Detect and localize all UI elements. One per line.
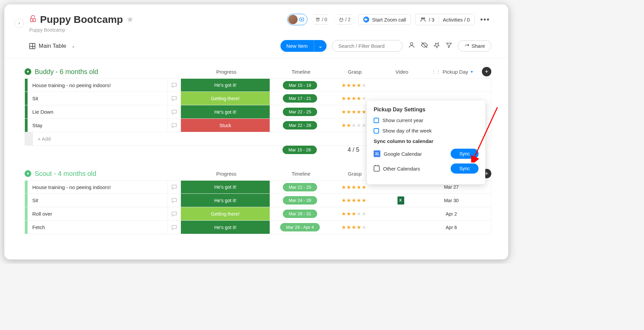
video-cell[interactable] bbox=[377, 207, 424, 220]
conversation-icon[interactable] bbox=[167, 181, 181, 193]
table-row[interactable]: Fetch He's got it! Mar 29 - Apr 4 ★★★★★ … bbox=[25, 221, 491, 234]
activities-label: Activities / 0 bbox=[443, 17, 470, 23]
new-item-button[interactable]: New Item ⌄ bbox=[280, 40, 327, 52]
progress-cell[interactable]: He's got it! bbox=[181, 79, 270, 91]
item-name-cell[interactable]: Stay bbox=[28, 119, 167, 132]
pickup-cell[interactable]: Mar 30 bbox=[424, 194, 478, 207]
conversation-icon[interactable] bbox=[167, 92, 181, 105]
column-header-timeline[interactable]: Timeline bbox=[271, 69, 331, 75]
calendar-label: Google Calendar bbox=[384, 151, 422, 157]
people-activities-pill[interactable]: / 3 Activities / 0 bbox=[415, 14, 475, 25]
grasp-cell[interactable]: ★★★★★ bbox=[330, 194, 377, 207]
person-filter-icon[interactable] bbox=[408, 41, 415, 50]
item-name-cell[interactable]: Fetch bbox=[28, 221, 167, 234]
timeline-cell[interactable]: Mar 24 - 28 bbox=[270, 194, 330, 207]
conversation-icon[interactable] bbox=[167, 119, 181, 132]
progress-cell[interactable]: He's got it! bbox=[181, 105, 270, 118]
pin-icon[interactable] bbox=[433, 42, 440, 50]
people-count: / 3 bbox=[429, 17, 434, 23]
star-icon: ★ bbox=[341, 197, 346, 204]
google-calendar-row: 31 Google Calendar bbox=[374, 150, 422, 157]
timeline-cell[interactable]: Mar 17 - 21 bbox=[270, 92, 330, 105]
item-name-cell[interactable]: Roll over bbox=[28, 207, 167, 220]
column-header-pickup[interactable]: ⋮⋮ Pickup Day ▼ bbox=[425, 69, 479, 75]
group-name[interactable]: Buddy - 6 months old bbox=[35, 68, 98, 76]
progress-cell[interactable]: Getting there! bbox=[181, 207, 270, 220]
column-header-grasp[interactable]: Grasp bbox=[331, 69, 378, 75]
video-cell[interactable] bbox=[377, 194, 424, 207]
progress-cell[interactable]: He's got it! bbox=[181, 181, 270, 193]
new-item-dropdown[interactable]: ⌄ bbox=[314, 40, 327, 52]
conversation-icon[interactable] bbox=[167, 79, 181, 91]
conversation-icon[interactable] bbox=[167, 221, 181, 234]
svg-point-5 bbox=[318, 18, 319, 19]
progress-cell[interactable]: Getting there! bbox=[181, 92, 270, 105]
star-icon: ★ bbox=[341, 82, 346, 88]
other-calendars-row: Other Calendars bbox=[374, 166, 420, 172]
item-name-cell[interactable]: Sit bbox=[28, 194, 167, 207]
show-current-year-option[interactable]: Show current year bbox=[374, 117, 479, 123]
table-row[interactable]: House training - no peeing indoors! He's… bbox=[25, 78, 491, 92]
video-cell[interactable] bbox=[377, 221, 424, 234]
excel-file-icon[interactable] bbox=[397, 196, 404, 205]
add-column-button[interactable]: + bbox=[482, 67, 491, 76]
expand-sidebar-button[interactable]: › bbox=[14, 19, 24, 28]
more-menu-button[interactable]: ••• bbox=[479, 15, 491, 24]
chevron-down-icon: ⌄ bbox=[72, 44, 75, 48]
progress-cell[interactable]: He's got it! bbox=[181, 221, 270, 234]
column-menu-caret[interactable]: ▼ bbox=[470, 70, 473, 74]
pickup-cell[interactable]: Apr 6 bbox=[424, 221, 478, 234]
item-name-cell[interactable]: House training - no peeing indoors! bbox=[28, 79, 167, 91]
app-window: › Puppy Bootcamp ★ / 0 bbox=[4, 4, 508, 260]
integrations-pill[interactable]: / 2 bbox=[335, 14, 354, 25]
star-icon: ★ bbox=[346, 211, 351, 217]
search-input[interactable] bbox=[332, 40, 403, 52]
filter-icon[interactable] bbox=[446, 42, 452, 50]
grasp-cell[interactable]: ★★★★★ bbox=[330, 79, 377, 91]
favorite-star-icon[interactable]: ★ bbox=[126, 15, 134, 24]
item-name-cell[interactable]: Lie Down bbox=[28, 105, 167, 118]
item-name-cell[interactable]: House training - no peeing indoors! bbox=[28, 181, 167, 193]
zoom-call-button[interactable]: Start Zoom call bbox=[358, 14, 411, 25]
conversation-icon[interactable] bbox=[167, 105, 181, 118]
table-row[interactable]: Roll over Getting there! Mar 26 - 31 ★★★… bbox=[25, 207, 491, 221]
group-name[interactable]: Scout - 4 months old bbox=[35, 170, 96, 178]
star-icon: ★ bbox=[341, 109, 346, 115]
group-collapse-toggle[interactable]: ▼ bbox=[25, 68, 31, 75]
pickup-cell[interactable] bbox=[424, 79, 478, 91]
share-button[interactable]: Share bbox=[458, 40, 491, 51]
row-color-bar bbox=[25, 207, 28, 220]
view-selector[interactable]: Main Table ⌄ bbox=[29, 43, 75, 49]
column-header-progress[interactable]: Progress bbox=[182, 171, 271, 177]
hide-icon[interactable] bbox=[421, 41, 428, 50]
drag-handle-icon[interactable]: ⋮⋮ bbox=[431, 69, 441, 74]
timeline-cell[interactable]: Mar 29 - Apr 4 bbox=[270, 221, 330, 234]
show-day-of-week-option[interactable]: Show day of the week bbox=[374, 128, 479, 134]
add-item-label: + Add bbox=[33, 132, 173, 145]
timeline-cell[interactable]: Mar 26 - 31 bbox=[270, 207, 330, 220]
grasp-cell[interactable]: ★★★★★ bbox=[330, 207, 377, 220]
progress-cell[interactable]: Stuck bbox=[181, 119, 270, 132]
board-owner-avatar[interactable] bbox=[287, 14, 307, 25]
video-cell[interactable] bbox=[377, 79, 424, 91]
conversation-icon[interactable] bbox=[167, 207, 181, 220]
timeline-cell[interactable]: Mar 15 - 19 bbox=[270, 79, 330, 91]
board-title[interactable]: Puppy Bootcamp bbox=[40, 14, 123, 25]
conversation-icon[interactable] bbox=[167, 194, 181, 207]
automations-pill[interactable]: / 0 bbox=[311, 14, 331, 25]
progress-cell[interactable]: He's got it! bbox=[181, 194, 270, 207]
sync-other-button[interactable]: Sync bbox=[451, 163, 479, 174]
group-collapse-toggle[interactable]: ▼ bbox=[25, 170, 31, 177]
column-header-timeline[interactable]: Timeline bbox=[271, 171, 331, 177]
timeline-cell[interactable]: Mar 22 - 28 bbox=[270, 119, 330, 132]
timeline-cell[interactable]: Mar 22 - 25 bbox=[270, 181, 330, 193]
column-header-video[interactable]: Video bbox=[378, 69, 425, 75]
pickup-cell[interactable]: Apr 2 bbox=[424, 207, 478, 220]
table-row[interactable]: Sit He's got it! Mar 24 - 28 ★★★★★ Mar 3… bbox=[25, 194, 491, 207]
column-header-progress[interactable]: Progress bbox=[182, 69, 271, 75]
item-name-cell[interactable]: Sit bbox=[28, 92, 167, 105]
sync-google-button[interactable]: Sync bbox=[451, 149, 479, 159]
grasp-cell[interactable]: ★★★★★ bbox=[330, 221, 377, 234]
timeline-cell[interactable]: Mar 22 - 25 bbox=[270, 105, 330, 118]
star-icon: ★ bbox=[356, 184, 361, 190]
